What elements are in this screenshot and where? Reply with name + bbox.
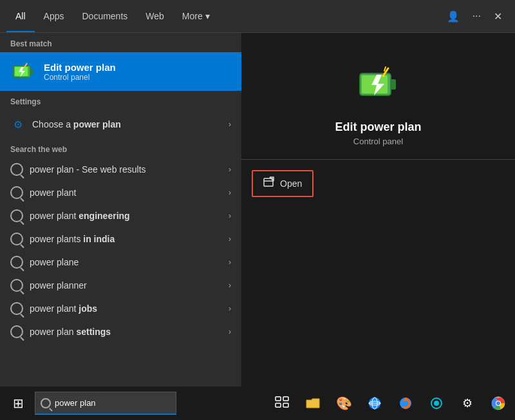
best-match-title: Edit power plan — [44, 62, 116, 73]
chevron-icon-6: › — [229, 304, 231, 313]
web-item-label-5: power planner — [30, 280, 87, 291]
web-search-icon-1 — [10, 186, 23, 199]
tab-documents[interactable]: Documents — [73, 0, 136, 32]
app-icon-1[interactable]: 🎨 — [330, 389, 358, 417]
svg-rect-6 — [391, 79, 396, 90]
web-item-label-7: power plan settings — [30, 327, 111, 337]
start-button[interactable]: ⊞ — [3, 387, 33, 420]
web-item-0[interactable]: power plan - See web results › — [0, 158, 241, 181]
web-search-icon-7 — [10, 325, 23, 338]
content-area: Best match — [0, 33, 515, 387]
best-match-subtitle: Control panel — [44, 73, 116, 82]
web-item-7[interactable]: power plan settings › — [0, 320, 241, 343]
svg-point-27 — [496, 401, 500, 405]
best-match-text: Edit power plan Control panel — [44, 62, 116, 82]
detail-subtitle: Control panel — [353, 137, 403, 146]
tab-web[interactable]: Web — [136, 0, 173, 32]
web-item-4[interactable]: power plane › — [0, 251, 241, 274]
right-panel: Edit power plan Control panel Open — [241, 33, 515, 387]
taskbar-search-bar[interactable] — [35, 392, 176, 415]
divider — [241, 159, 515, 160]
svg-line-10 — [384, 67, 386, 71]
close-icon[interactable]: ✕ — [487, 10, 509, 23]
search-window: All Apps Documents Web More ▾ 👤 ··· ✕ Be… — [0, 0, 515, 387]
chevron-icon-4: › — [229, 258, 231, 267]
settings-wheel-icon[interactable]: ⚙ — [453, 389, 482, 417]
chevron-icon-7: › — [229, 327, 231, 336]
web-item-label-6: power plant jobs — [30, 303, 97, 314]
best-match-app-icon — [10, 59, 36, 84]
web-search-icon-2 — [10, 209, 23, 222]
web-search-icon-5 — [10, 279, 23, 292]
web-item-label-4: power plane — [30, 257, 79, 267]
task-view-icon[interactable] — [268, 389, 296, 417]
taskbar-search-icon — [41, 398, 51, 408]
best-match-item[interactable]: Edit power plan Control panel — [0, 52, 241, 91]
web-search-icon-4 — [10, 256, 23, 269]
svg-rect-1 — [30, 69, 33, 74]
detail-app-icon — [353, 59, 404, 110]
windows-icon: ⊞ — [13, 396, 24, 411]
web-search-label: Search the web — [0, 138, 241, 158]
web-item-2[interactable]: power plant engineering › — [0, 204, 241, 227]
svg-rect-17 — [283, 403, 288, 407]
file-explorer-icon[interactable] — [299, 389, 327, 417]
chevron-icon: › — [229, 120, 231, 129]
app-icon-2[interactable] — [360, 389, 389, 417]
svg-rect-14 — [276, 397, 281, 401]
web-item-label-0: power plan - See web results — [30, 164, 146, 175]
web-item-5[interactable]: power planner › — [0, 274, 241, 297]
open-button[interactable]: Open — [252, 170, 314, 197]
svg-point-24 — [434, 401, 439, 406]
web-search-icon-0 — [10, 163, 23, 176]
web-item-label-1: power plant — [30, 187, 76, 198]
web-search-icon-3 — [10, 233, 23, 245]
chevron-icon-5: › — [229, 281, 231, 290]
web-item-1[interactable]: power plant › — [0, 181, 241, 204]
open-label: Open — [280, 178, 302, 189]
chevron-icon-2: › — [229, 211, 231, 220]
detail-title: Edit power plan — [335, 120, 421, 134]
taskbar: ⊞ 🎨 — [0, 387, 515, 420]
svg-rect-15 — [283, 397, 288, 401]
chevron-icon-0: › — [229, 165, 231, 174]
taskbar-icons: 🎨 ⚙ — [268, 389, 512, 417]
svg-rect-16 — [276, 403, 281, 407]
chrome-icon[interactable] — [484, 389, 512, 417]
tab-more[interactable]: More ▾ — [173, 0, 219, 32]
left-panel: Best match — [0, 33, 241, 387]
chevron-icon-1: › — [229, 188, 231, 197]
web-item-3[interactable]: power plants in india › — [0, 227, 241, 251]
best-match-label: Best match — [0, 33, 241, 52]
web-item-label-2: power plant engineering — [30, 211, 130, 221]
firefox-icon[interactable] — [391, 389, 420, 417]
web-search-icon-6 — [10, 302, 23, 315]
open-window-icon — [263, 177, 275, 191]
settings-item-label: Choose a power plan — [32, 119, 121, 129]
person-icon[interactable]: 👤 — [440, 10, 466, 23]
taskbar-search-input[interactable] — [55, 398, 164, 408]
settings-item-power-plan[interactable]: ⚙ Choose a power plan › — [0, 110, 241, 138]
web-item-6[interactable]: power plant jobs › — [0, 297, 241, 320]
tabs-bar: All Apps Documents Web More ▾ 👤 ··· ✕ — [0, 0, 515, 33]
cortana-icon[interactable] — [422, 389, 451, 417]
settings-label: Settings — [0, 91, 241, 110]
more-options-icon[interactable]: ··· — [466, 10, 487, 22]
chevron-icon-3: › — [229, 234, 231, 243]
web-item-label-3: power plants in india — [30, 234, 115, 244]
settings-gear-icon: ⚙ — [10, 117, 26, 132]
tab-apps[interactable]: Apps — [35, 0, 73, 32]
tab-all[interactable]: All — [6, 0, 35, 32]
